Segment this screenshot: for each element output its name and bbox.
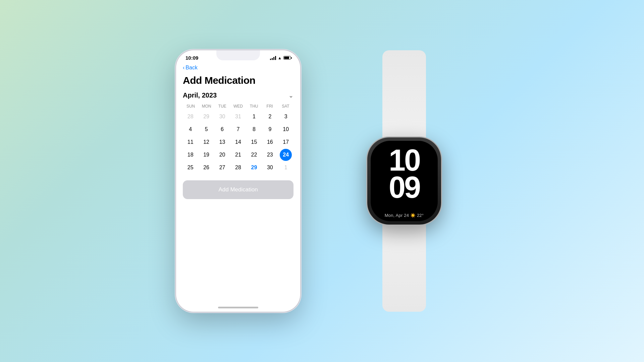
watch-body: 10 09 Mon, Apr 24 ☀️ 22°	[367, 137, 441, 225]
calendar-day[interactable]: 1	[248, 111, 260, 123]
calendar-day[interactable]: 2	[264, 111, 276, 123]
calendar-day[interactable]: 9	[264, 123, 276, 135]
calendar-day[interactable]: 8	[248, 123, 260, 135]
calendar-day[interactable]: 23	[264, 149, 276, 161]
month-year-label: April, 2023	[183, 92, 217, 99]
calendar-day[interactable]: 15	[248, 136, 260, 148]
day-header-tue: TUE	[214, 103, 230, 109]
battery-icon	[283, 56, 291, 60]
calendar-day[interactable]: 21	[232, 149, 244, 161]
chevron-down-icon[interactable]: ⌄	[288, 92, 293, 99]
watch-date-weather: Mon, Apr 24 ☀️ 22°	[385, 213, 424, 221]
iphone-device: 10:09 ▲ ‹ Back	[176, 50, 300, 312]
back-navigation[interactable]: ‹ Back	[183, 62, 293, 72]
calendar-day[interactable]: 5	[200, 123, 212, 135]
calendar-day[interactable]: 13	[216, 136, 228, 148]
day-header-sat: SAT	[278, 103, 293, 109]
watch-band-top	[382, 50, 426, 137]
calendar-day[interactable]: 28	[184, 111, 197, 123]
calendar-grid: SUN MON TUE WED THU FRI SAT 282930311234…	[183, 103, 293, 174]
calendar-day[interactable]: 12	[200, 136, 212, 148]
day-header-mon: MON	[199, 103, 214, 109]
day-header-sun: SUN	[183, 103, 199, 109]
calendar-day[interactable]: 29	[248, 162, 260, 174]
wifi-icon: ▲	[278, 56, 282, 60]
day-header-wed: WED	[230, 103, 246, 109]
calendar-day[interactable]: 14	[232, 136, 244, 148]
calendar-day[interactable]: 16	[264, 136, 276, 148]
page-title: Add Medication	[183, 75, 293, 86]
home-indicator	[218, 307, 258, 308]
calendar-day[interactable]: 24	[280, 149, 292, 161]
watch-device: 10 09 Mon, Apr 24 ☀️ 22°	[340, 50, 468, 312]
calendar-day[interactable]: 18	[184, 149, 197, 161]
calendar-day[interactable]: 30	[216, 111, 228, 123]
calendar-day[interactable]: 3	[280, 111, 292, 123]
watch-screen: 10 09 Mon, Apr 24 ☀️ 22°	[371, 141, 438, 221]
watch-time-display: 10 09	[389, 141, 420, 210]
signal-icon	[270, 56, 276, 60]
add-medication-button[interactable]: Add Medication	[183, 180, 293, 199]
app-content: ‹ Back Add Medication April, 2023 ⌄ SUN …	[176, 62, 300, 312]
iphone-notch	[216, 50, 260, 60]
calendar-day[interactable]: 28	[232, 162, 244, 174]
calendar-day[interactable]: 20	[216, 149, 228, 161]
calendar-day[interactable]: 4	[184, 123, 197, 135]
calendar-day[interactable]: 1	[280, 162, 292, 174]
calendar-day[interactable]: 31	[232, 111, 244, 123]
day-header-thu: THU	[246, 103, 262, 109]
calendar-day[interactable]: 6	[216, 123, 228, 135]
calendar-day[interactable]: 17	[280, 136, 292, 148]
watch-minute: 09	[389, 174, 420, 201]
back-chevron-icon: ‹	[183, 65, 184, 71]
calendar-day[interactable]: 29	[200, 111, 212, 123]
scene: 10:09 ▲ ‹ Back	[0, 0, 644, 362]
status-time: 10:09	[185, 55, 198, 61]
calendar-days: 2829303112345678910111213141516171819202…	[183, 111, 293, 174]
calendar-day[interactable]: 27	[216, 162, 228, 174]
status-icons: ▲	[270, 56, 291, 60]
calendar-day[interactable]: 25	[184, 162, 197, 174]
calendar-day[interactable]: 30	[264, 162, 276, 174]
calendar-day[interactable]: 26	[200, 162, 212, 174]
calendar-day[interactable]: 11	[184, 136, 197, 148]
iphone-screen: 10:09 ▲ ‹ Back	[176, 50, 300, 312]
watch-hour: 10	[389, 147, 420, 174]
calendar-day[interactable]: 22	[248, 149, 260, 161]
calendar-header: April, 2023 ⌄	[183, 92, 293, 99]
watch-band-bottom	[382, 225, 426, 312]
back-label: Back	[185, 65, 198, 71]
day-headers: SUN MON TUE WED THU FRI SAT	[183, 103, 293, 109]
calendar-day[interactable]: 10	[280, 123, 292, 135]
day-header-fri: FRI	[262, 103, 278, 109]
calendar-day[interactable]: 7	[232, 123, 244, 135]
calendar-day[interactable]: 19	[200, 149, 212, 161]
